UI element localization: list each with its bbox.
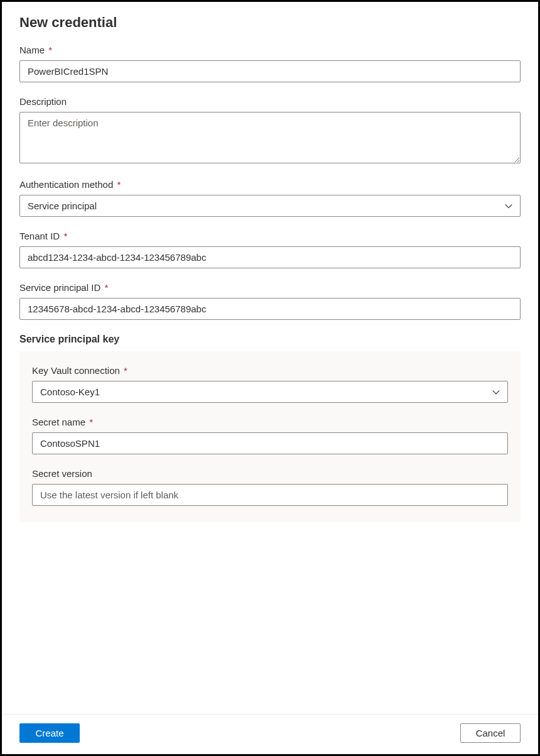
description-label: Description [19, 96, 521, 107]
required-indicator: * [102, 282, 108, 293]
new-credential-panel: New credential Name * Description Authen… [0, 0, 540, 756]
sp-id-label-text: Service principal ID [19, 282, 100, 293]
sp-key-label: Service principal key [19, 334, 521, 345]
sp-key-section: Service principal key Key Vault connecti… [19, 334, 521, 522]
auth-method-label: Authentication method * [19, 179, 521, 190]
secret-name-field-group: Secret name * [32, 417, 508, 454]
secret-name-input[interactable] [32, 432, 508, 454]
kv-connection-select[interactable]: Contoso-Key1 [32, 381, 508, 403]
tenant-id-label-text: Tenant ID [19, 231, 60, 241]
dialog-footer: Create Cancel [2, 714, 538, 754]
required-indicator: * [114, 179, 121, 190]
sp-id-input[interactable] [19, 298, 521, 320]
tenant-id-field-group: Tenant ID * [19, 231, 521, 268]
auth-method-field-group: Authentication method * Service principa… [19, 179, 521, 217]
secret-name-label-text: Secret name [32, 417, 85, 427]
required-indicator: * [121, 365, 127, 376]
kv-connection-field-group: Key Vault connection * Contoso-Key1 [32, 365, 508, 403]
kv-connection-value: Contoso-Key1 [32, 381, 508, 403]
page-title: New credential [19, 14, 521, 31]
cancel-button[interactable]: Cancel [460, 723, 521, 743]
tenant-id-label: Tenant ID * [19, 231, 521, 241]
sp-key-card: Key Vault connection * Contoso-Key1 Secr… [19, 351, 521, 522]
secret-version-field-group: Secret version [32, 468, 508, 506]
required-indicator: * [87, 417, 93, 427]
name-label-text: Name [19, 45, 45, 55]
create-button[interactable]: Create [19, 723, 80, 743]
secret-version-input[interactable] [32, 484, 508, 506]
required-indicator: * [46, 45, 52, 55]
auth-method-label-text: Authentication method [19, 179, 113, 190]
name-label: Name * [19, 45, 521, 55]
description-textarea[interactable] [19, 112, 521, 163]
sp-id-field-group: Service principal ID * [19, 282, 521, 320]
secret-version-label: Secret version [32, 468, 508, 479]
required-indicator: * [61, 231, 67, 241]
tenant-id-input[interactable] [19, 246, 521, 268]
auth-method-value: Service principal [19, 195, 521, 217]
name-field-group: Name * [19, 45, 521, 82]
kv-connection-label: Key Vault connection * [32, 365, 508, 376]
form-content: New credential Name * Description Authen… [2, 2, 538, 714]
kv-connection-label-text: Key Vault connection [32, 365, 120, 376]
secret-name-label: Secret name * [32, 417, 508, 427]
auth-method-select[interactable]: Service principal [19, 195, 521, 217]
sp-id-label: Service principal ID * [19, 282, 521, 293]
description-field-group: Description [19, 96, 521, 165]
name-input[interactable] [19, 60, 521, 82]
